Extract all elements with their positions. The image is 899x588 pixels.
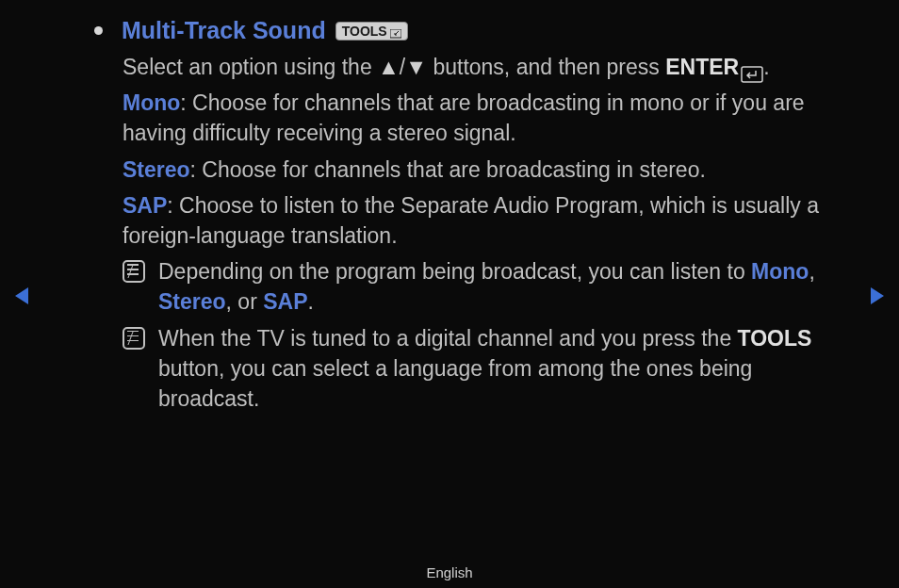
- bullet-icon: [94, 26, 103, 35]
- enter-icon: [741, 60, 763, 77]
- footer-language: English: [0, 564, 899, 580]
- enter-label: ENTER: [665, 55, 739, 79]
- sap-line: SAP: Choose to listen to the Separate Au…: [123, 190, 842, 251]
- nav-next-button[interactable]: [869, 286, 886, 310]
- manual-page-content: Multi-Track Sound TOOLS Select an option…: [0, 0, 899, 414]
- note1-mono: Mono: [751, 259, 809, 284]
- note-1: Depending on the program being broadcast…: [123, 256, 842, 317]
- svg-marker-3: [871, 287, 884, 304]
- body-text: Select an option using the ▲/▼ buttons, …: [94, 52, 842, 414]
- sap-term: SAP: [123, 193, 167, 218]
- note2-part2: button, you can select a language from a…: [158, 356, 752, 411]
- note-2-text: When the TV is tuned to a digital channe…: [158, 323, 842, 415]
- page-title: Multi-Track Sound: [122, 17, 326, 44]
- up-arrow-icon: ▲: [378, 55, 400, 79]
- mono-term: Mono: [123, 90, 180, 115]
- tools-badge: TOOLS: [335, 22, 408, 41]
- stereo-line: Stereo: Choose for channels that are bro…: [123, 155, 842, 185]
- nav-prev-button[interactable]: [13, 286, 30, 310]
- intro-text-2: buttons, and then press: [427, 55, 665, 79]
- svg-rect-1: [742, 67, 762, 82]
- note1-part1: Depending on the program being broadcast…: [158, 259, 751, 284]
- note2-tools: TOOLS: [738, 326, 812, 351]
- intro-text-1: Select an option using the: [123, 55, 378, 79]
- down-arrow-icon: ▼: [405, 55, 427, 79]
- stereo-term: Stereo: [123, 157, 190, 182]
- intro-period: .: [763, 55, 769, 79]
- note2-part1: When the TV is tuned to a digital channe…: [158, 326, 738, 351]
- sap-desc: : Choose to listen to the Separate Audio…: [123, 193, 819, 248]
- tools-badge-icon: [390, 26, 401, 36]
- svg-marker-2: [15, 287, 28, 304]
- note1-stereo: Stereo: [158, 289, 226, 314]
- note1-comma1: ,: [809, 259, 814, 284]
- stereo-desc: : Choose for channels that are broadcast…: [190, 157, 706, 182]
- note1-sap: SAP: [263, 289, 307, 314]
- note-icon: [123, 327, 145, 350]
- title-row: Multi-Track Sound TOOLS: [94, 17, 842, 44]
- tools-badge-label: TOOLS: [342, 24, 387, 39]
- note-icon: [123, 260, 145, 283]
- mono-desc: : Choose for channels that are broadcast…: [123, 90, 805, 145]
- note1-comma2: , or: [226, 289, 264, 314]
- note-2: When the TV is tuned to a digital channe…: [123, 323, 842, 415]
- note-1-text: Depending on the program being broadcast…: [158, 256, 842, 317]
- mono-line: Mono: Choose for channels that are broad…: [123, 88, 842, 148]
- note1-period: .: [308, 289, 314, 314]
- intro-line: Select an option using the ▲/▼ buttons, …: [123, 52, 842, 82]
